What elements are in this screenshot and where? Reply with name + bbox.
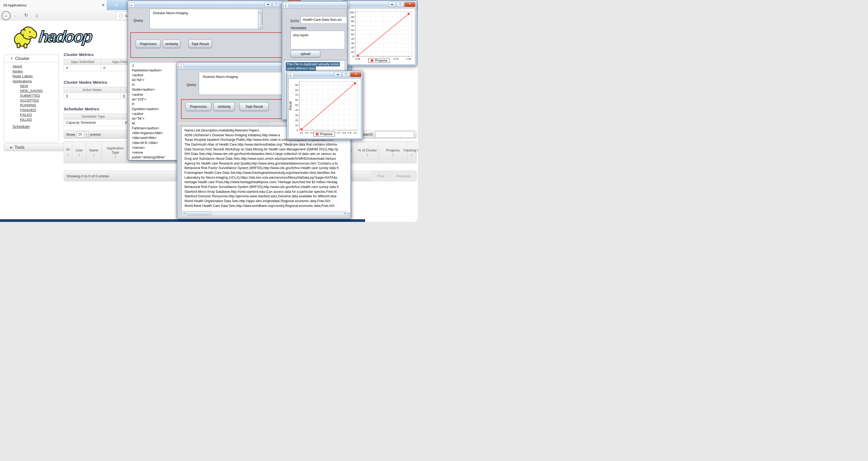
scroll-down-icon[interactable]: ▼ — [258, 25, 262, 29]
scheduler-metrics-title: Scheduler Metrics — [64, 107, 99, 111]
close-icon[interactable]: ✕ — [350, 72, 361, 77]
dropdown-arrow-icon[interactable]: ▼ — [84, 132, 88, 137]
query-text: Disease Neuro-Imaging — [150, 9, 262, 15]
csv-line: World Bank Health Care Data Sets,http://… — [184, 204, 350, 208]
svg-text:0.0: 0.0 — [300, 131, 303, 134]
svg-text:60: 60 — [351, 29, 354, 31]
similarity-button[interactable]: similarity — [163, 40, 180, 48]
svg-text:1.0: 1.0 — [353, 131, 356, 134]
chevron-right-icon: ▶ — [10, 146, 12, 149]
window-title-bar[interactable] — [282, 2, 347, 8]
csv-line: Framingham Health Care Data Set,http://w… — [184, 171, 350, 175]
home-icon[interactable]: ⌂ — [33, 12, 40, 19]
sidebar-link-scheduler[interactable]: Scheduler — [12, 124, 59, 129]
scroll-right-icon[interactable]: ▶ — [344, 212, 347, 214]
pagination-previous[interactable]: Previous — [390, 171, 416, 181]
search-input[interactable] — [375, 131, 414, 138]
csv-line: Stanford Genomic Resources,http://genome… — [184, 194, 350, 199]
sidebar-tools-header[interactable]: ▶ Tools — [4, 143, 65, 151]
similarity-button[interactable]: similarity — [214, 103, 235, 111]
close-icon[interactable]: ✕ — [404, 2, 415, 7]
upload-button[interactable]: upload — [290, 50, 320, 57]
reload-icon[interactable]: ↻ — [22, 12, 30, 19]
show-label: Show — [64, 133, 75, 137]
maximize-button[interactable]: ❐ — [396, 2, 404, 7]
sort-icon: ▲▼ — [411, 153, 412, 156]
new-tab-button[interactable]: + — [112, 1, 121, 9]
pagination-first[interactable]: First — [371, 171, 390, 181]
cluster-header-label: Cluster — [15, 56, 30, 61]
restore-button[interactable]: ❐ — [272, 2, 280, 7]
header-user[interactable]: User ▲▼ — [72, 142, 86, 163]
vertical-scrollbar[interactable]: ▲ ▼ — [258, 9, 262, 29]
svg-text:0.7: 0.7 — [337, 131, 341, 134]
data-file-field[interactable]: Health-Care-Data-Sets.xls — [301, 16, 347, 24]
minimize-button[interactable]: ▬ — [388, 2, 396, 7]
minimize-button[interactable]: ▬ — [265, 2, 272, 7]
sidebar-state-link[interactable]: FAILED — [20, 113, 59, 117]
svg-text:90: 90 — [351, 16, 354, 19]
header-id[interactable]: ID ▼ — [64, 142, 72, 163]
scrollbar-thumb[interactable] — [186, 212, 212, 215]
window-title-bar[interactable] — [128, 1, 283, 8]
sidebar-links: AboutNodesNode LabelsApplications — [4, 62, 59, 84]
csv-line: NIH Data Sets,http://www.nlm.nih.gov/hsr… — [184, 152, 350, 156]
topk-result-button[interactable]: Topk Result — [188, 40, 212, 48]
sidebar-link[interactable]: About — [12, 64, 59, 69]
decommissioned-value[interactable]: 0 — [123, 94, 125, 98]
maximize-button[interactable]: ❐ — [342, 72, 350, 77]
page-size-select[interactable]: 20 ▼ — [77, 132, 89, 137]
svg-text:Recall: Recall — [289, 101, 292, 110]
preprocess-button[interactable]: Preprocess — [136, 40, 161, 48]
active-nodes-value[interactable]: 0 — [66, 94, 68, 98]
sort-desc-icon: ▼ — [67, 153, 69, 157]
aboutdata-textarea[interactable]: dna report — [290, 31, 345, 49]
forward-icon[interactable]: → — [12, 12, 19, 19]
svg-text:90: 90 — [295, 83, 298, 86]
topk-result-button[interactable]: Topk Result — [240, 103, 269, 111]
svg-text:50: 50 — [295, 104, 298, 106]
sidebar-state-link[interactable]: ACCEPTED — [20, 98, 59, 103]
scroll-up-icon[interactable]: ▲ — [258, 9, 262, 13]
tab-close-icon[interactable]: ✕ — [100, 3, 106, 7]
sidebar-state-link[interactable]: NEW — [20, 84, 59, 88]
svg-text:10: 10 — [351, 50, 354, 53]
header-application-type[interactable]: Application Type ▲▼ — [101, 142, 129, 163]
sidebar-cluster-header[interactable]: ▼ Cluster — [4, 55, 59, 62]
minimize-button[interactable]: ▬ — [334, 72, 342, 77]
info-icon[interactable]: i — [119, 13, 123, 18]
sidebar-state-link[interactable]: KILLED — [20, 117, 59, 122]
csv-line: World Health Organization Data Sets,http… — [184, 199, 350, 204]
chart-legend: Propose — [313, 132, 335, 137]
csv-line: Behavioral Risk Factor Surveillance Syst… — [184, 185, 350, 190]
header-name[interactable]: Name ▲▼ — [86, 142, 101, 163]
sidebar-link[interactable]: Node Labels — [12, 74, 59, 79]
accuracy-chart-window: ▬ ❐ ✕ 0.000.250.500.751.0001020304050607… — [342, 1, 417, 66]
sidebar-state-link[interactable]: SUBMITTED — [20, 93, 59, 98]
horizontal-scrollbar[interactable]: ◀ ▶ — [182, 211, 348, 216]
sort-icon: ▲▼ — [79, 153, 80, 156]
legend-label: Propose — [320, 132, 333, 136]
preprocess-button[interactable]: Preprocess — [185, 103, 211, 111]
scroll-left-icon[interactable]: ◀ — [182, 212, 185, 214]
scrollbar-thumb[interactable] — [258, 13, 262, 25]
csv-line: Data Sources from Second Workshop on Dat… — [184, 147, 350, 152]
sort-icon: ▲▼ — [392, 153, 394, 156]
svg-text:20: 20 — [351, 46, 354, 49]
sidebar-link[interactable]: Nodes — [12, 69, 59, 74]
query-textarea[interactable]: Disease Neuro-Imaging ▲ ▼ — [150, 9, 262, 29]
svg-text:0: 0 — [352, 55, 354, 58]
sidebar-state-link[interactable]: RUNNING — [20, 103, 59, 108]
header-pct-of-cluster[interactable]: % of Cluster ▲▼ — [356, 142, 379, 163]
back-icon[interactable]: ← — [2, 11, 11, 20]
sidebar-state-link[interactable]: FINISHED — [20, 108, 59, 113]
header-tracking-ui[interactable]: Tracking UI ▲▼ — [407, 142, 416, 163]
csv-line: Behavioral Risk Factor Surveillance Syst… — [184, 166, 350, 171]
data-label: DATA — [290, 19, 299, 23]
sidebar-state-link[interactable]: NEW_SAVING — [20, 88, 59, 93]
svg-text:80: 80 — [295, 88, 298, 91]
sidebar-link[interactable]: Applications — [12, 79, 59, 84]
browser-tab[interactable]: All Applications ✕ — [0, 0, 107, 10]
sidebar-app-states: NEWNEW_SAVINGSUBMITTEDACCEPTEDRUNNINGFIN… — [4, 84, 59, 122]
divider-grip[interactable] — [259, 123, 269, 125]
